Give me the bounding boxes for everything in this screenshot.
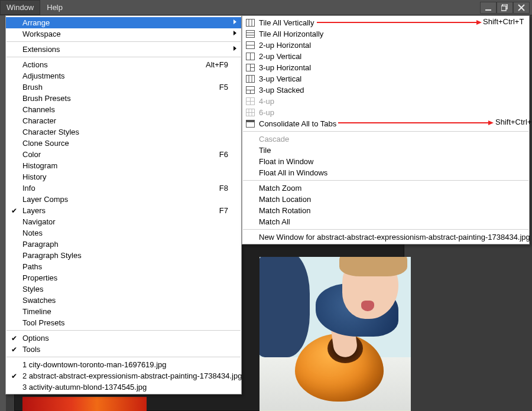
menu-label: Extensions: [22, 45, 60, 54]
arrange-submenu: Tile All Vertically Tile All Horizontall…: [242, 15, 530, 244]
separator: [243, 131, 528, 132]
menu-label: 3-up Stacked: [259, 86, 304, 94]
menu-2up-vertical[interactable]: 2-up Vertical: [242, 51, 529, 62]
menu-document-item[interactable]: 1 city-downtown-toronto-man-1697619.jpg: [6, 359, 241, 370]
menu-panel-item[interactable]: Timeline: [6, 306, 241, 317]
annotation-arrowhead-icon: [476, 20, 482, 25]
menu-tools[interactable]: ✔ Tools: [6, 344, 241, 355]
menu-2up-horizontal[interactable]: 2-up Horizontal: [242, 40, 529, 51]
menu-panel-item[interactable]: Histogram: [6, 160, 241, 171]
titlebar: Window Help: [0, 0, 532, 15]
svg-rect-6: [246, 30, 255, 37]
menu-label: Histogram: [22, 161, 57, 170]
menu-match-all[interactable]: Match All: [242, 216, 529, 227]
menu-match-zoom[interactable]: Match Zoom: [242, 182, 529, 194]
menu-label: 2 abstract-abstract-expressionism-abstra…: [22, 371, 242, 380]
menu-tile-all-horizontally[interactable]: Tile All Horizontally: [242, 28, 529, 40]
tile-vertical-icon: [246, 18, 255, 27]
menu-float-in-window[interactable]: Float in Window: [242, 156, 529, 167]
menu-3up-stacked[interactable]: 3-up Stacked: [242, 84, 529, 96]
separator: [243, 180, 528, 181]
menu-float-all[interactable]: Float All in Windows: [242, 167, 529, 178]
menu-label: Swatches: [22, 296, 56, 305]
menu-panel-item[interactable]: Channels: [6, 104, 241, 115]
menu-3up-horizontal[interactable]: 3-up Horizontal: [242, 62, 529, 73]
menu-label: Match All: [259, 217, 290, 226]
svg-rect-30: [246, 120, 254, 122]
menu-3up-vertical[interactable]: 3-up Vertical: [242, 73, 529, 84]
menu-label: 2-up Vertical: [259, 52, 301, 61]
close-button[interactable]: [513, 2, 530, 14]
menu-shortcut: F6: [219, 150, 228, 159]
menu-shortcut: F5: [219, 83, 228, 92]
menu-match-rotation[interactable]: Match Rotation: [242, 205, 529, 216]
menu-label: Character: [22, 116, 56, 125]
restore-button[interactable]: [497, 2, 513, 14]
menubar-help[interactable]: Help: [40, 0, 69, 15]
menu-label: Tile All Vertically: [259, 18, 314, 27]
menu-panel-item[interactable]: Tool Presets: [6, 317, 241, 328]
menubar-window[interactable]: Window: [0, 0, 40, 15]
minimize-button[interactable]: [480, 2, 497, 14]
menu-panel-item[interactable]: Paths: [6, 261, 241, 272]
svg-rect-3: [246, 19, 255, 26]
menu-panel-item[interactable]: History: [6, 171, 241, 182]
menu-label: 4-up: [259, 97, 274, 106]
tile-horizontal-icon: [246, 30, 255, 38]
menu-panel-item[interactable]: ActionsAlt+F9: [6, 59, 241, 70]
menu-extensions[interactable]: Extensions: [6, 44, 241, 55]
menu-panel-item[interactable]: Properties: [6, 272, 241, 283]
window-menu: Arrange Workspace Extensions ActionsAlt+…: [5, 15, 242, 394]
menu-consolidate-tabs[interactable]: Consolidate All to Tabs: [242, 118, 529, 129]
open-image-strip: [22, 397, 147, 411]
menu-panel-item[interactable]: Brush Presets: [6, 93, 241, 104]
menu-panel-item[interactable]: InfoF8: [6, 182, 241, 194]
check-icon: ✔: [11, 334, 17, 342]
menu-label: Character Styles: [22, 128, 79, 136]
menu-panel-item[interactable]: Character Styles: [6, 126, 241, 138]
menu-workspace[interactable]: Workspace: [6, 28, 241, 40]
open-image: [259, 257, 411, 411]
two-up-h-icon: [246, 41, 255, 49]
menu-label: 1 city-downtown-toronto-man-1697619.jpg: [22, 360, 167, 369]
menu-label: Tool Presets: [22, 318, 65, 327]
menu-panel-item[interactable]: Paragraph: [6, 239, 241, 250]
menu-shortcut: Alt+F9: [206, 60, 228, 69]
menu-panel-item[interactable]: Styles: [6, 283, 241, 295]
menu-label: Timeline: [22, 307, 51, 316]
two-up-v-icon: [246, 52, 255, 60]
menu-tile[interactable]: Tile: [242, 145, 529, 156]
menu-panel-item[interactable]: Swatches: [6, 295, 241, 306]
menu-panel-item[interactable]: Adjustments: [6, 70, 241, 81]
menu-panel-item[interactable]: Layer Comps: [6, 194, 241, 205]
menu-panel-item[interactable]: ColorF6: [6, 149, 241, 160]
menu-document-item[interactable]: ✔2 abstract-abstract-expressionism-abstr…: [6, 370, 241, 381]
menu-panel-item[interactable]: Navigator: [6, 216, 241, 227]
menu-cascade: Cascade: [242, 133, 529, 145]
menu-panel-item[interactable]: Character: [6, 115, 241, 126]
submenu-arrow-icon: [233, 19, 236, 24]
submenu-arrow-icon: [233, 31, 236, 35]
menu-label: 3-up Vertical: [259, 74, 301, 83]
menu-label: Arrange: [22, 18, 50, 27]
menu-label: Tile All Horizontally: [259, 30, 323, 38]
menu-panel-item[interactable]: Clone Source: [6, 138, 241, 149]
menu-panel-item[interactable]: Notes: [6, 227, 241, 239]
separator: [7, 330, 241, 331]
menu-label: Brush: [22, 83, 43, 92]
separator: [7, 57, 241, 57]
menu-panel-item[interactable]: Paragraph Styles: [6, 250, 241, 261]
menu-panel-item[interactable]: BrushF5: [6, 81, 241, 93]
check-icon: ✔: [11, 345, 17, 354]
annotation-arrow: [338, 122, 488, 123]
six-up-icon: [246, 108, 255, 116]
menu-match-location[interactable]: Match Location: [242, 194, 529, 205]
check-icon: ✔: [11, 207, 17, 215]
menu-arrange[interactable]: Arrange: [6, 17, 241, 28]
menu-label: 2-up Horizontal: [259, 41, 311, 50]
menu-document-item[interactable]: 3 activity-autumn-blond-1374545.jpg: [6, 381, 241, 393]
menu-panel-item[interactable]: ✔LayersF7: [6, 205, 241, 216]
menu-new-window[interactable]: New Window for abstract-abstract-express…: [242, 231, 529, 243]
menu-label: Layers: [22, 206, 46, 215]
menu-options[interactable]: ✔ Options: [6, 332, 241, 344]
